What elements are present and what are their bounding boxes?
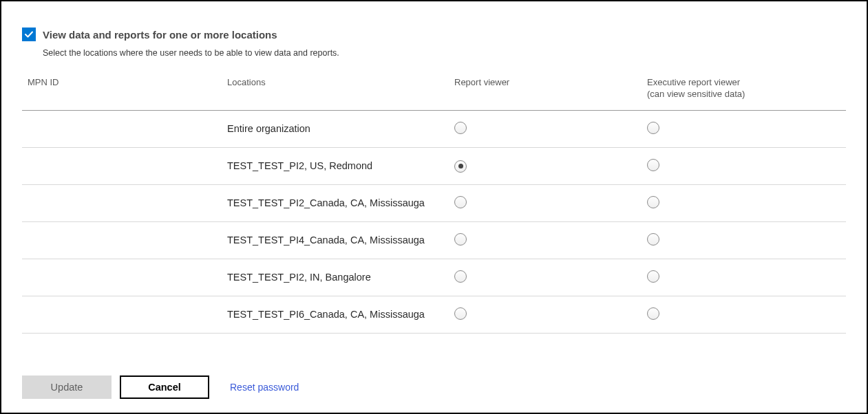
cell-report-viewer [449,110,642,147]
table-row: TEST_TEST_PI6_Canada, CA, Mississauga [22,296,846,333]
section-subtext: Select the locations where the user need… [43,48,846,58]
col-header-report-viewer: Report viewer [449,70,642,110]
col-header-mpn: MPN ID [22,70,222,110]
col-header-exec-viewer: Executive report viewer (can view sensit… [642,70,846,110]
cell-exec-viewer [642,147,846,184]
cell-mpn [22,259,222,296]
view-data-checkbox[interactable] [22,28,36,41]
permissions-panel: View data and reports for one or more lo… [0,0,868,414]
header-row: View data and reports for one or more lo… [22,28,846,41]
exec-viewer-radio[interactable] [647,233,659,246]
checkmark-icon [24,30,34,39]
table-body: Entire organizationTEST_TEST_PI2, US, Re… [22,110,846,333]
col-header-exec-line2: (can view sensitive data) [647,89,840,100]
report-viewer-radio[interactable] [454,270,467,283]
locations-table: MPN ID Locations Report viewer Executive… [22,70,846,334]
report-viewer-radio[interactable] [454,307,467,320]
cell-mpn [22,296,222,333]
cell-report-viewer [449,147,642,184]
cell-exec-viewer [642,184,846,221]
section-title: View data and reports for one or more lo… [43,29,277,41]
exec-viewer-radio[interactable] [647,196,659,208]
exec-viewer-radio[interactable] [647,307,659,320]
cell-location: TEST_TEST_PI4_Canada, CA, Mississauga [222,221,449,259]
report-viewer-radio[interactable] [454,160,467,173]
table-header-row: MPN ID Locations Report viewer Executive… [22,70,846,110]
cell-report-viewer [449,184,642,221]
cell-mpn [22,184,222,221]
report-viewer-radio[interactable] [454,122,467,134]
table-row: TEST_TEST_PI2_Canada, CA, Mississauga [22,184,846,221]
cell-mpn [22,221,222,259]
exec-viewer-radio[interactable] [647,270,659,283]
table-row: TEST_TEST_PI2, US, Redmond [22,147,846,184]
locations-table-wrap: MPN ID Locations Report viewer Executive… [22,70,846,334]
report-viewer-radio[interactable] [454,233,467,246]
cell-report-viewer [449,296,642,333]
cell-report-viewer [449,259,642,296]
col-header-locations: Locations [222,70,449,110]
cancel-button[interactable]: Cancel [120,375,209,399]
footer-actions: Update Cancel Reset password [22,375,299,399]
cell-location: TEST_TEST_PI2_Canada, CA, Mississauga [222,184,449,221]
cell-mpn [22,110,222,147]
reset-password-link[interactable]: Reset password [230,382,299,393]
table-row: TEST_TEST_PI4_Canada, CA, Mississauga [22,221,846,259]
cell-location: TEST_TEST_PI2, IN, Bangalore [222,259,449,296]
table-row: Entire organization [22,110,846,147]
cell-report-viewer [449,221,642,259]
table-row: TEST_TEST_PI2, IN, Bangalore [22,259,846,296]
cell-exec-viewer [642,259,846,296]
report-viewer-radio[interactable] [454,196,467,208]
cell-location: Entire organization [222,110,449,147]
col-header-exec-line1: Executive report viewer [647,77,840,89]
cell-location: TEST_TEST_PI6_Canada, CA, Mississauga [222,296,449,333]
cell-exec-viewer [642,110,846,147]
cell-location: TEST_TEST_PI2, US, Redmond [222,147,449,184]
cell-exec-viewer [642,221,846,259]
exec-viewer-radio[interactable] [647,159,659,171]
cell-mpn [22,147,222,184]
exec-viewer-radio[interactable] [647,122,659,134]
update-button[interactable]: Update [22,375,112,399]
cell-exec-viewer [642,296,846,333]
